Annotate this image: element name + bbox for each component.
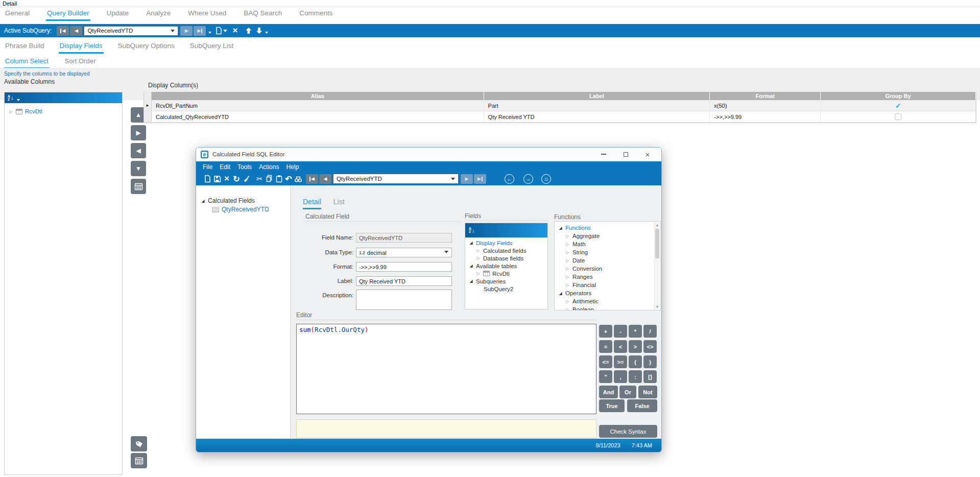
fields-sort-header[interactable]: AZ ↓ — [465, 223, 547, 237]
group-by-checkbox-checked[interactable]: ✓ — [895, 102, 901, 109]
nav-back-button[interactable]: ← — [505, 174, 514, 184]
sort-options-caret-icon[interactable] — [17, 99, 20, 103]
tab-detail[interactable]: Detail — [303, 198, 321, 209]
functions-scrollbar[interactable]: ▲ ▼ — [654, 222, 660, 309]
field-name-input[interactable]: QtyReceivedYTD — [356, 233, 452, 243]
tab-phrase-build[interactable]: Phrase Build — [4, 42, 45, 54]
expand-icon[interactable]: ▷ — [565, 242, 570, 247]
op-button-not-equal[interactable]: <> — [643, 340, 657, 353]
cell-label[interactable]: Part — [484, 100, 710, 111]
tab-general[interactable]: General — [4, 9, 31, 21]
remove-column-button[interactable]: ◀ — [131, 143, 146, 158]
collapse-icon[interactable]: ◢ — [469, 279, 473, 283]
op-button-colon[interactable]: : — [629, 370, 642, 383]
tree-node-subquery2[interactable]: SubQuery2 — [465, 285, 547, 293]
cell-label[interactable]: Qty Received YTD — [484, 111, 710, 122]
subquery-first-button[interactable]: ◀ — [57, 26, 69, 36]
clear-button[interactable] — [242, 174, 251, 184]
op-button-less-equal[interactable]: <= — [599, 355, 612, 368]
table-row[interactable]: ► RcvDtl_PartNum Part x(50) ✓ — [144, 100, 976, 111]
tab-display-fields[interactable]: Display Fields — [59, 42, 104, 54]
expand-icon[interactable]: ▷ — [476, 271, 481, 276]
copy-button[interactable] — [265, 174, 274, 184]
cell-alias[interactable]: RcvDtl_PartNum — [152, 100, 484, 111]
tab-column-select[interactable]: Column Select — [4, 57, 50, 69]
add-column-button[interactable]: ▶ — [131, 125, 146, 140]
subquery-select[interactable]: QtyReceivedYTD — [84, 26, 178, 36]
scroll-up-icon[interactable]: ▲ — [655, 223, 660, 227]
tree-node-display-fields[interactable]: ◢ Display Fields — [465, 239, 547, 247]
tree-node-rcvdtl[interactable]: ▷ RcvDtl — [465, 270, 547, 277]
tab-list[interactable]: List — [333, 198, 345, 209]
tree-node-aggregate[interactable]: ▷ Aggregate — [555, 232, 660, 240]
expand-icon[interactable]: ▷ — [565, 267, 570, 271]
move-up-button[interactable] — [246, 28, 251, 34]
tab-sort-order[interactable]: Sort Order — [64, 57, 97, 69]
op-button-multiply[interactable]: * — [629, 325, 642, 338]
tab-baq-search[interactable]: BAQ Search — [243, 9, 283, 21]
op-button-brackets[interactable]: [] — [643, 370, 657, 383]
nav-forward-button[interactable]: → — [523, 174, 533, 184]
tab-update[interactable]: Update — [106, 9, 130, 21]
new-subquery-button[interactable] — [215, 27, 227, 35]
menu-actions[interactable]: Actions — [255, 163, 282, 171]
record-first-button[interactable]: ◀ — [306, 174, 318, 184]
op-button-quote[interactable]: " — [599, 370, 612, 383]
and-button[interactable]: And — [599, 386, 618, 398]
tree-node-arithmetic[interactable]: ▷ Arithmetic — [555, 297, 660, 305]
op-button-greater-equal[interactable]: >= — [614, 355, 627, 368]
move-down-button[interactable] — [256, 28, 262, 34]
op-button-greater-than[interactable]: > — [629, 340, 642, 353]
data-type-select[interactable]: 1.2 decimal — [356, 248, 452, 257]
true-button[interactable]: True — [599, 399, 625, 412]
tab-comments[interactable]: Comments — [298, 9, 333, 21]
group-by-checkbox[interactable] — [895, 113, 901, 120]
save-button[interactable] — [212, 174, 222, 184]
tree-node-calculated-fields[interactable]: ◢ Calculated Fields — [196, 197, 290, 205]
sql-editor-input[interactable]: sum(RcvDtl.OurQty) — [296, 324, 596, 414]
expand-icon[interactable]: ▷ — [565, 250, 570, 255]
menu-help[interactable]: Help — [282, 163, 302, 171]
nav-overflow-caret-icon[interactable] — [208, 32, 211, 35]
not-button[interactable]: Not — [638, 386, 657, 398]
record-last-button[interactable]: ▶ — [474, 174, 486, 184]
tree-node-operators[interactable]: ◢ Operators — [555, 289, 660, 297]
tab-subquery-list[interactable]: SubQuery List — [189, 42, 235, 54]
tab-analyze[interactable]: Analyze — [145, 9, 172, 21]
minimize-button[interactable] — [600, 151, 607, 158]
tree-node-subqueries[interactable]: ◢ Subqueries — [465, 277, 547, 285]
find-button[interactable] — [294, 174, 303, 184]
tree-node-boolean[interactable]: ▷ Boolean — [555, 305, 660, 311]
cell-format[interactable]: ->>,>>9.99 — [710, 111, 821, 122]
delete-button[interactable]: × — [222, 174, 231, 184]
tree-node-available-tables[interactable]: ◢ Available tables — [465, 262, 547, 270]
expand-icon[interactable]: ▷ — [565, 234, 570, 238]
grid-header-label[interactable]: Label — [484, 92, 710, 100]
new-button[interactable] — [203, 174, 212, 184]
grid-header-group-by[interactable]: Group By — [821, 92, 976, 100]
op-button-open-paren[interactable]: ( — [629, 355, 642, 368]
subquery-last-button[interactable]: ▶ — [194, 26, 206, 36]
false-button[interactable]: False — [627, 399, 657, 412]
scrollbar-thumb[interactable] — [655, 229, 659, 258]
tree-node-functions[interactable]: ◢ Functions — [555, 224, 660, 232]
delete-subquery-button[interactable]: × — [232, 26, 237, 36]
menu-edit[interactable]: Edit — [216, 163, 234, 171]
tree-node-ranges[interactable]: ▷ Ranges — [555, 273, 660, 281]
op-button-plus[interactable]: + — [599, 325, 612, 338]
cell-alias[interactable]: Calculated_QtyReceivedYTD — [152, 111, 484, 122]
expand-icon[interactable]: ▷ — [9, 109, 13, 114]
paste-button[interactable] — [274, 174, 283, 184]
collapse-icon[interactable]: ◢ — [558, 291, 563, 296]
tree-node-database-fields[interactable]: ▷ Database fields — [465, 254, 547, 262]
expand-icon[interactable]: ▷ — [565, 283, 570, 288]
close-button[interactable]: × — [644, 151, 651, 158]
tree-node-date[interactable]: ▷ Date — [555, 256, 660, 265]
nav-home-button[interactable]: ⌂ — [541, 174, 551, 184]
subquery-prev-button[interactable]: ◀ — [70, 26, 82, 36]
tab-subquery-options[interactable]: SubQuery Options — [117, 42, 176, 54]
expand-icon[interactable]: ▷ — [476, 256, 481, 260]
grid-header-alias[interactable]: Alias — [152, 92, 484, 100]
scroll-down-icon[interactable]: ▼ — [655, 305, 660, 308]
op-button-divide[interactable]: / — [643, 325, 657, 338]
